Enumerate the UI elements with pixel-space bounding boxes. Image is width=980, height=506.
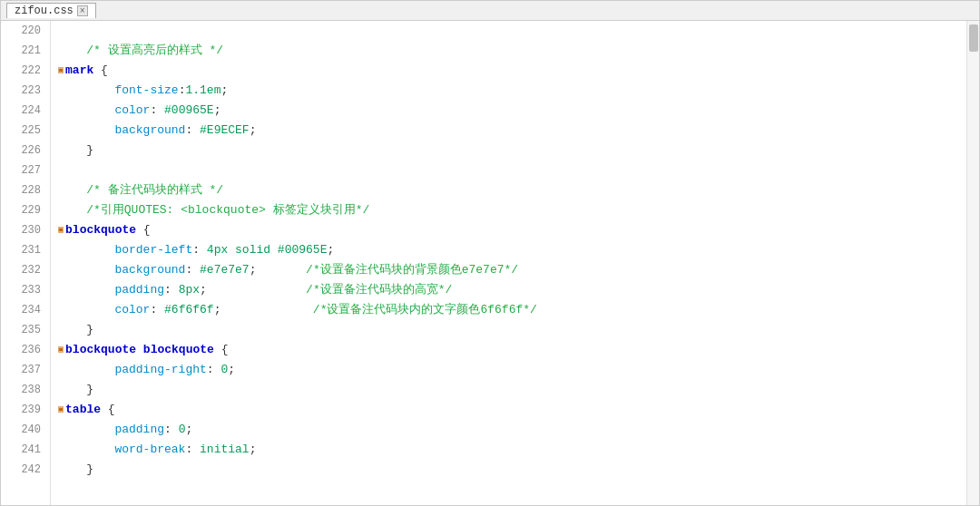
fold-marker[interactable]: ▣ [58, 220, 64, 240]
token-text: ; [250, 440, 257, 460]
token-comment: /*设置备注代码块的背景颜色e7e7e7*/ [306, 260, 518, 280]
line-number: 231 [1, 240, 50, 260]
token-comment: /*设置备注代码块的高宽*/ [306, 280, 452, 300]
token-text: : [185, 121, 200, 141]
line-number: 221 [1, 41, 50, 61]
line-number: 225 [1, 121, 50, 141]
code-line: ▣blockquote blockquote { [58, 340, 966, 360]
code-line: /*引用QUOTES: <blockquote> 标签定义块引用*/ [58, 200, 966, 220]
token-text: } [58, 380, 93, 400]
code-line: padding: 8px; /*设置备注代码块的高宽*/ [58, 280, 966, 300]
line-number: 229 [1, 200, 50, 220]
token-text: : [150, 300, 164, 320]
code-line: background: #e7e7e7; /*设置备注代码块的背景颜色e7e7e… [58, 260, 966, 280]
code-line: } [58, 460, 966, 480]
token-comment: /*引用QUOTES: <blockquote> 标签定义块引用*/ [58, 200, 369, 220]
code-line: /* 备注代码块的样式 */ [58, 180, 966, 200]
token-value: 4px solid #00965E [207, 240, 328, 260]
code-line: padding-right: 0; [58, 360, 966, 380]
token-selector: mark [65, 61, 93, 81]
line-number: 232 [1, 260, 50, 280]
code-line [58, 21, 966, 41]
token-comment: /*设置备注代码块内的文字颜色6f6f6f*/ [313, 300, 537, 320]
token-property: background [58, 260, 185, 280]
fold-marker[interactable]: ▣ [58, 340, 64, 360]
token-text: ; [327, 240, 334, 260]
token-selector: table [65, 400, 101, 420]
token-property: padding [58, 280, 164, 300]
line-number: 241 [1, 440, 50, 460]
token-selector: blockquote [65, 220, 136, 240]
token-text: : [192, 240, 207, 260]
code-line: ▣blockquote { [58, 220, 966, 240]
line-number: 242 [1, 460, 50, 480]
code-line: padding: 0; [58, 420, 966, 440]
token-text: ; [250, 260, 306, 280]
token-property: background [58, 121, 185, 141]
line-number: 234 [1, 300, 50, 320]
code-line [58, 161, 966, 180]
code-content[interactable]: /* 设置高亮后的样式 */▣mark { font-size:1.1em; c… [51, 21, 966, 505]
token-text: ; [185, 420, 192, 440]
code-line: ▣mark { [58, 61, 966, 81]
line-number: 240 [1, 420, 50, 440]
token-text: ; [214, 300, 313, 320]
fold-marker[interactable]: ▣ [58, 400, 64, 420]
line-number: 228 [1, 180, 50, 200]
token-selector: blockquote blockquote [65, 340, 214, 360]
token-text: ; [200, 280, 306, 300]
token-property: color [58, 101, 150, 121]
scrollbar-thumb[interactable] [969, 24, 978, 52]
line-number: 226 [1, 141, 50, 161]
line-number: 220 [1, 21, 50, 41]
token-property: padding [58, 420, 164, 440]
token-value: #E9ECEF [200, 121, 250, 141]
fold-marker[interactable]: ▣ [58, 61, 64, 81]
line-number: 239 [1, 400, 50, 420]
code-line: border-left: 4px solid #00965E; [58, 240, 966, 260]
token-text: } [58, 141, 93, 161]
line-number: 230 [1, 220, 50, 240]
token-property: word-break [58, 440, 185, 460]
token-text: : [207, 360, 221, 380]
token-value: 0 [179, 420, 186, 440]
line-number: 238 [1, 380, 50, 400]
line-number: 224 [1, 101, 50, 121]
token-property: border-left [58, 240, 192, 260]
token-text: : [185, 260, 200, 280]
line-number: 222 [1, 61, 50, 81]
token-value: 0 [220, 360, 228, 380]
token-value: initial [200, 440, 250, 460]
token-text: { [101, 400, 115, 420]
token-text: } [58, 320, 93, 340]
title-tab[interactable]: zifou.css × [6, 3, 96, 18]
code-line: ▣table { [58, 400, 966, 420]
scrollbar-vertical[interactable] [966, 21, 979, 505]
code-area: 2202212222232242252262272282292302312322… [1, 21, 979, 505]
token-property: font-size [58, 81, 179, 101]
code-line: font-size:1.1em; [58, 81, 966, 101]
code-line: } [58, 320, 966, 340]
line-number: 227 [1, 161, 50, 180]
code-line: } [58, 380, 966, 400]
token-value: #00965E [164, 101, 214, 121]
token-text: : [150, 101, 164, 121]
code-line: color: #6f6f6f; /*设置备注代码块内的文字颜色6f6f6f*/ [58, 300, 966, 320]
token-text: : [164, 280, 179, 300]
tab-close-button[interactable]: × [77, 5, 88, 16]
tab-label: zifou.css [15, 5, 74, 17]
line-number: 236 [1, 340, 50, 360]
token-comment: /* 设置高亮后的样式 */ [58, 41, 223, 61]
token-value: 8px [179, 280, 200, 300]
token-text: ; [228, 360, 235, 380]
editor-window: zifou.css × 2202212222232242252262272282… [0, 0, 980, 506]
token-text: : [164, 420, 179, 440]
line-number: 237 [1, 360, 50, 380]
token-text: } [58, 460, 93, 480]
code-line: color: #00965E; [58, 101, 966, 121]
title-bar: zifou.css × [1, 1, 979, 21]
token-text: { [136, 220, 151, 240]
line-number: 235 [1, 320, 50, 340]
token-text: ; [220, 81, 228, 101]
token-text: : [185, 440, 200, 460]
